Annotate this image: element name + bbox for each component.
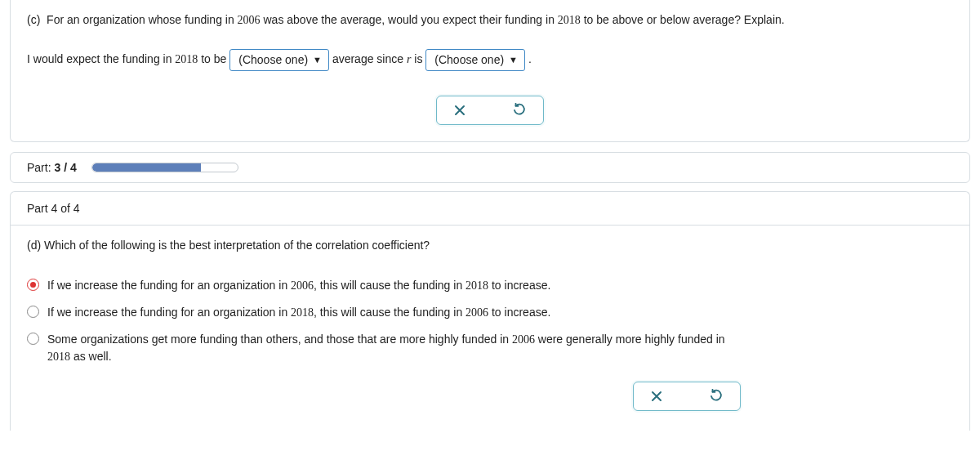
part-d-header: Part 4 of 4 [11, 192, 969, 226]
part-c-question: (c) For an organization whose funding in… [27, 10, 953, 30]
dropdown-above-below[interactable]: (Choose one)▼ [229, 49, 329, 72]
undo-button[interactable] [701, 387, 732, 405]
progress-row: Part: 3 / 4 [10, 152, 970, 183]
dropdown-above-below-label: (Choose one) [238, 53, 308, 66]
part-c-prefix: (c) [27, 13, 40, 26]
radio-label: If we increase the funding for an organi… [47, 277, 733, 294]
clear-button[interactable] [445, 102, 474, 118]
radio-button[interactable] [27, 279, 39, 291]
close-icon [453, 104, 466, 117]
radio-button[interactable] [27, 333, 39, 345]
dropdown-r-sign[interactable]: (Choose one)▼ [425, 49, 525, 72]
part-d-prefix: (d) [27, 239, 41, 252]
chevron-down-icon: ▼ [509, 54, 518, 66]
part-c-answer: I would expect the funding in 2018 to be… [27, 47, 953, 73]
undo-icon [709, 389, 724, 404]
part-d-actions [27, 370, 953, 416]
part-c-panel: (c) For an organization whose funding in… [10, 0, 970, 142]
clear-button[interactable] [642, 388, 671, 404]
dropdown-r-sign-label: (Choose one) [434, 53, 504, 66]
undo-button[interactable] [504, 101, 535, 119]
radio-option[interactable]: If we increase the funding for an organi… [27, 272, 953, 299]
progress-fill [92, 163, 202, 172]
radio-label: If we increase the funding for an organi… [47, 304, 733, 321]
radio-list: If we increase the funding for an organi… [27, 272, 953, 370]
action-group [633, 382, 741, 411]
progress-bar [91, 163, 238, 172]
action-group [436, 96, 544, 125]
part-d-panel: Part 4 of 4 (d) Which of the following i… [10, 191, 970, 431]
close-icon [650, 390, 663, 403]
undo-icon [512, 103, 527, 118]
radio-option[interactable]: If we increase the funding for an organi… [27, 299, 953, 326]
part-c-actions [27, 91, 953, 127]
radio-label: Some organizations get more funding than… [47, 331, 733, 365]
radio-button[interactable] [27, 306, 39, 318]
radio-option[interactable]: Some organizations get more funding than… [27, 326, 953, 370]
part-d-question: (d) Which of the following is the best i… [27, 235, 953, 256]
progress-label: Part: 3 / 4 [27, 161, 77, 174]
chevron-down-icon: ▼ [313, 54, 322, 66]
